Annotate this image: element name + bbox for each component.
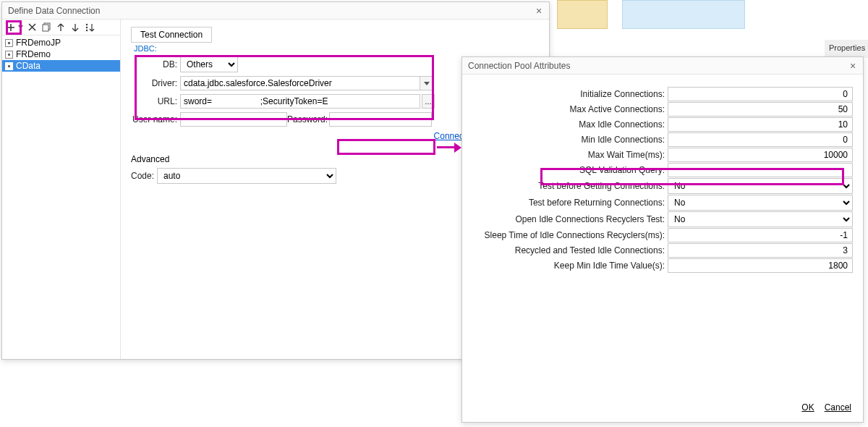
attr-label: Max Idle Connections:	[472, 119, 668, 130]
tree-item-label: FRDemo	[16, 49, 51, 59]
dropdown-icon[interactable]	[17, 21, 24, 34]
open-recyclers-select[interactable]: No	[668, 211, 853, 227]
attr-label: Test before Returning Connections:	[472, 198, 668, 208]
password-label: Password:	[287, 114, 329, 124]
connection-tree: FRDemoJP FRDemo CData	[2, 35, 120, 73]
code-select[interactable]: auto	[157, 168, 336, 184]
move-up-icon[interactable]	[54, 21, 67, 34]
attr-label: Max Active Connections:	[472, 104, 668, 114]
move-down-icon[interactable]	[69, 21, 82, 34]
attr-label: Max Wait Time(ms):	[472, 150, 668, 160]
username-label: User name:	[131, 114, 180, 124]
db-select[interactable]: Others	[180, 56, 238, 72]
ok-button[interactable]: OK	[801, 402, 814, 413]
password-input[interactable]	[329, 112, 432, 127]
attr-label: Test before Getting Connections:	[472, 181, 668, 191]
cancel-button[interactable]: Cancel	[825, 402, 851, 413]
attr-label: Min Idle Connections:	[472, 135, 668, 145]
connection-sidebar: FRDemoJP FRDemo CData	[2, 20, 121, 359]
attr-label: Open Idle Connections Recyclers Test:	[472, 214, 668, 224]
svg-point-3	[85, 26, 87, 28]
sleep-time-input[interactable]	[668, 228, 853, 242]
tree-item-label: FRDemoJP	[16, 38, 61, 48]
copy-icon[interactable]	[40, 21, 53, 34]
tree-item[interactable]: FRDemoJP	[2, 37, 120, 48]
db-icon	[5, 62, 13, 70]
sql-validation-input[interactable]	[668, 163, 853, 177]
bg-bar-blue	[622, 0, 745, 29]
url-input[interactable]	[180, 94, 420, 109]
db-icon	[5, 51, 13, 59]
code-label: Code:	[131, 171, 157, 181]
min-idle-input[interactable]	[668, 132, 853, 147]
svg-rect-1	[43, 25, 48, 31]
db-label: DB:	[141, 59, 180, 69]
connection-pool-attributes-dialog: Connection Pool Attributes × Initialize …	[461, 56, 864, 423]
dialog-title: Connection Pool Attributes	[468, 61, 570, 71]
driver-label: Driver:	[141, 78, 180, 88]
init-connections-input[interactable]	[668, 87, 853, 101]
url-label: URL:	[141, 96, 180, 106]
keep-min-idle-input[interactable]	[668, 258, 853, 273]
dialog-titlebar: Define Data Connection ×	[2, 2, 549, 20]
svg-point-2	[85, 23, 87, 25]
annotation-arrow	[437, 143, 461, 153]
tree-item[interactable]: FRDemo	[2, 48, 120, 60]
recycled-tested-input[interactable]	[668, 243, 853, 258]
username-input[interactable]	[180, 112, 287, 127]
sort-icon[interactable]	[83, 21, 96, 34]
tree-item[interactable]: CData	[2, 60, 120, 72]
url-more-button[interactable]: …	[422, 94, 435, 109]
bg-bar-gold	[557, 0, 608, 29]
jdbc-label: JDBC:	[131, 44, 539, 53]
svg-point-4	[85, 29, 87, 30]
close-icon[interactable]: ×	[533, 5, 545, 17]
dialog-titlebar: Connection Pool Attributes ×	[462, 57, 863, 75]
properties-tab[interactable]: Properties	[825, 40, 868, 58]
add-icon[interactable]	[4, 21, 17, 34]
driver-input[interactable]	[180, 76, 420, 90]
test-connection-button[interactable]: Test Connection	[131, 27, 212, 43]
attr-label: Keep Min Idle Time Value(s):	[472, 261, 668, 271]
sidebar-toolbar	[2, 20, 120, 35]
driver-dropdown-icon[interactable]	[420, 76, 433, 90]
max-active-input[interactable]	[668, 102, 853, 117]
dialog-footer: OK Cancel	[462, 393, 863, 422]
test-before-return-select[interactable]: No	[668, 195, 853, 211]
max-idle-input[interactable]	[668, 117, 853, 132]
max-wait-input[interactable]	[668, 148, 853, 162]
dialog-title: Define Data Connection	[8, 6, 100, 16]
attr-label: Recycled and Tested Idle Connections:	[472, 245, 668, 255]
attr-label: SQL Validation Query:	[472, 165, 668, 175]
test-before-get-select[interactable]: No	[668, 178, 853, 194]
db-icon	[5, 39, 13, 47]
attr-label: Sleep Time of Idle Connections Recyclers…	[472, 230, 668, 240]
attr-label: Initialize Connections:	[472, 89, 668, 99]
tree-item-label: CData	[16, 61, 41, 71]
delete-icon[interactable]	[25, 21, 38, 34]
close-icon[interactable]: ×	[847, 60, 859, 72]
